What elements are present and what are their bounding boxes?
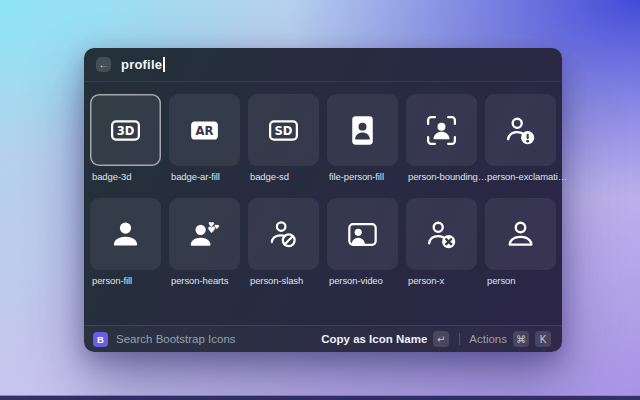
icon-result-person-hearts: ♥♥♥ person-hearts — [169, 198, 240, 298]
icon-result-person-exclamation: person-exclamati… — [485, 94, 556, 194]
source-label: Search Bootstrap Icons — [116, 333, 236, 345]
enter-key-icon: ↵ — [437, 334, 445, 345]
icon-result-person-x: person-x — [406, 198, 477, 298]
icon-result-badge-ar-fill: AR badge-ar-fill — [169, 94, 240, 194]
icon-label: person — [487, 275, 555, 286]
icon-result-file-person-fill: file-person-fill — [327, 94, 398, 194]
actions-menu-button[interactable]: Actions — [469, 333, 507, 345]
k-key-label: K — [540, 334, 547, 345]
icon-label: person-exclamati… — [487, 171, 555, 182]
person-video-icon[interactable] — [327, 198, 398, 270]
person-icon[interactable] — [485, 198, 556, 270]
footer-divider — [459, 333, 460, 345]
person-exclamation-icon[interactable] — [485, 94, 556, 166]
icon-label: badge-ar-fill — [171, 171, 239, 182]
icon-result-badge-3d: 3D badge-3d — [90, 94, 161, 194]
enter-key[interactable]: ↵ — [433, 331, 449, 347]
text-caret — [163, 57, 165, 72]
copy-as-icon-name-action[interactable]: Copy as Icon Name — [321, 333, 427, 345]
k-key[interactable]: K — [535, 331, 551, 347]
badge-ar-fill-icon[interactable]: AR — [169, 94, 240, 166]
search-input[interactable]: profile — [121, 57, 162, 72]
svg-text:AR: AR — [196, 124, 214, 138]
icon-result-person: person — [485, 198, 556, 298]
icon-grid: 3D badge-3d AR badge-ar-fill SD badge-sd… — [90, 94, 556, 298]
bootstrap-logo-icon: B — [93, 332, 108, 347]
svg-text:♥: ♥ — [214, 222, 219, 229]
icon-label: badge-3d — [92, 171, 160, 182]
icon-result-person-bounding-box: person-bounding… — [406, 94, 477, 194]
icon-result-person-slash: person-slash — [248, 198, 319, 298]
icon-result-person-fill: person-fill — [90, 198, 161, 298]
bootstrap-logo-letter: B — [97, 334, 104, 345]
footer-bar: B Search Bootstrap Icons Copy as Icon Na… — [84, 325, 562, 352]
icon-result-person-video: person-video — [327, 198, 398, 298]
icon-label: person-hearts — [171, 275, 239, 286]
person-x-icon[interactable] — [406, 198, 477, 270]
icon-label: person-slash — [250, 275, 318, 286]
svg-text:SD: SD — [275, 124, 293, 138]
cmd-key[interactable]: ⌘ — [513, 331, 529, 347]
person-hearts-icon[interactable]: ♥♥♥ — [169, 198, 240, 270]
icon-label: badge-sd — [250, 171, 318, 182]
person-bounding-box-icon[interactable] — [406, 94, 477, 166]
file-person-fill-icon[interactable] — [327, 94, 398, 166]
icon-label: person-x — [408, 275, 476, 286]
icon-result-badge-sd: SD badge-sd — [248, 94, 319, 194]
search-bar: ← profile — [84, 48, 562, 82]
icon-label: person-video — [329, 275, 397, 286]
svg-text:3D: 3D — [117, 124, 135, 138]
icon-label: person-bounding… — [408, 171, 476, 182]
desktop-bottom-edge — [0, 395, 640, 400]
badge-3d-icon[interactable]: 3D — [90, 94, 161, 166]
back-button[interactable]: ← — [96, 57, 111, 72]
icon-label: file-person-fill — [329, 171, 397, 182]
badge-sd-icon[interactable]: SD — [248, 94, 319, 166]
icon-search-window: ← profile 3D badge-3d AR badge-ar-fill S… — [84, 48, 562, 352]
person-fill-icon[interactable] — [90, 198, 161, 270]
icon-label: person-fill — [92, 275, 160, 286]
person-slash-icon[interactable] — [248, 198, 319, 270]
arrow-left-icon: ← — [99, 57, 109, 72]
cmd-key-icon: ⌘ — [516, 334, 526, 345]
